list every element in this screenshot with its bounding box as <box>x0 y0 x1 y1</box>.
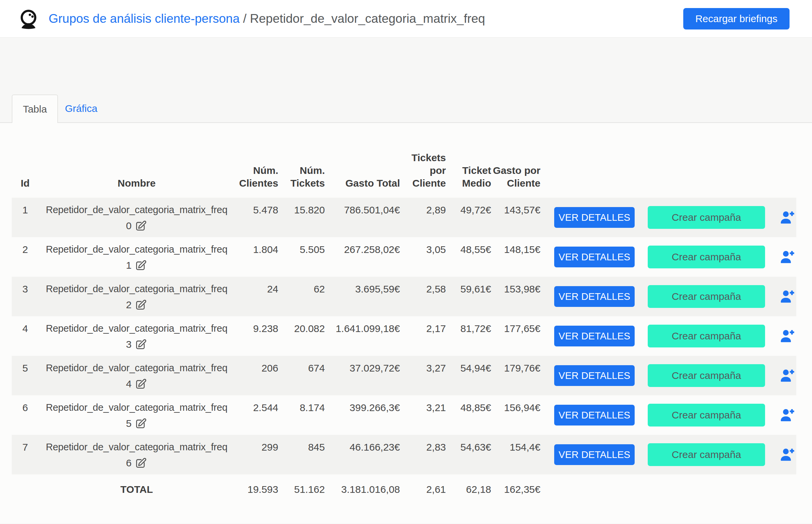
ver-detalles-button[interactable]: VER DETALLES <box>554 365 635 386</box>
cell-tickets-por-cliente: 3,21 <box>400 395 446 415</box>
cell-gasto-total: 37.029,72€ <box>325 356 400 376</box>
ver-detalles-button[interactable]: VER DETALLES <box>554 207 635 228</box>
row-name-cell: Repetidor_de_valor_categoria_matrix_freq… <box>38 395 235 431</box>
col-header-tickets-por-cliente: Tickets por Cliente <box>400 151 446 190</box>
table-header-row: Id Nombre Núm. Clientes Núm. Tickets Gas… <box>12 142 796 198</box>
col-header-gasto-por-cliente: Gasto por Cliente <box>491 164 540 190</box>
edit-name-icon[interactable] <box>134 219 147 232</box>
person-add-icon[interactable] <box>779 407 795 423</box>
cell-gasto-por-cliente: 179,76€ <box>491 356 540 376</box>
total-gasto-por-cliente: 162,35€ <box>491 484 540 495</box>
cell-gasto-total: 3.695,59€ <box>325 277 400 297</box>
col-header-nombre: Nombre <box>38 177 235 190</box>
cell-ticket-medio: 54,94€ <box>446 356 491 376</box>
breadcrumb-parent-link[interactable]: Grupos de análisis cliente-persona <box>49 12 240 26</box>
group-name: Repetidor_de_valor_categoria_matrix_freq <box>46 360 228 376</box>
row-name-cell: Repetidor_de_valor_categoria_matrix_freq… <box>38 356 235 392</box>
cell-num-clientes: 24 <box>235 277 278 297</box>
row-name-cell: Repetidor_de_valor_categoria_matrix_freq… <box>38 277 235 313</box>
total-gasto-total: 3.181.016,08 <box>325 484 400 495</box>
cell-num-tickets: 845 <box>278 435 325 455</box>
table-row: 4 Repetidor_de_valor_categoria_matrix_fr… <box>12 316 796 356</box>
table-row: 7 Repetidor_de_valor_categoria_matrix_fr… <box>12 435 796 474</box>
cell-num-tickets: 8.174 <box>278 395 325 415</box>
person-add-icon[interactable] <box>779 447 795 462</box>
cell-gasto-total: 399.266,3€ <box>325 395 400 415</box>
tab-bar: Tabla Gráfica <box>0 95 812 123</box>
breadcrumb-current: Repetidor_de_valor_categoria_matrix_freq <box>250 12 485 26</box>
crear-campana-button[interactable]: Crear campaña <box>648 364 765 387</box>
edit-name-icon[interactable] <box>134 378 147 390</box>
row-name-cell: Repetidor_de_valor_categoria_matrix_freq… <box>38 435 235 471</box>
cell-gasto-total: 267.258,02€ <box>325 237 400 257</box>
cell-num-clientes: 2.544 <box>235 395 278 415</box>
row-name-cell: Repetidor_de_valor_categoria_matrix_freq… <box>38 316 235 352</box>
person-add-icon[interactable] <box>779 210 795 225</box>
cell-tickets-por-cliente: 3,05 <box>400 237 446 257</box>
tab-tabla[interactable]: Tabla <box>12 95 58 123</box>
crear-campana-button[interactable]: Crear campaña <box>648 404 765 426</box>
crear-campana-button[interactable]: Crear campaña <box>648 285 765 308</box>
group-name-index: 0 <box>126 218 132 233</box>
top-bar: Grupos de análisis cliente-persona / Rep… <box>0 0 812 37</box>
col-header-gasto-total: Gasto Total <box>325 177 400 190</box>
person-add-icon[interactable] <box>779 289 795 304</box>
cell-num-tickets: 15.820 <box>278 198 325 218</box>
row-id: 2 <box>12 237 38 257</box>
recargar-briefings-button[interactable]: Recargar briefings <box>683 8 790 30</box>
cell-ticket-medio: 59,61€ <box>446 277 491 297</box>
edit-name-icon[interactable] <box>134 457 147 470</box>
row-name-cell: Repetidor_de_valor_categoria_matrix_freq… <box>38 237 235 273</box>
cell-gasto-total: 786.501,04€ <box>325 198 400 218</box>
cell-gasto-por-cliente: 154,4€ <box>491 435 540 455</box>
cell-num-tickets: 62 <box>278 277 325 297</box>
edit-name-icon[interactable] <box>134 259 147 272</box>
row-id: 6 <box>12 395 38 415</box>
row-name-cell: Repetidor_de_valor_categoria_matrix_freq… <box>38 198 235 233</box>
group-name-index: 5 <box>126 415 132 431</box>
edit-name-icon[interactable] <box>134 298 147 311</box>
group-name-index: 6 <box>126 455 132 471</box>
cell-num-tickets: 20.082 <box>278 316 325 337</box>
total-tickets-por-cliente: 2,61 <box>400 484 446 495</box>
person-add-icon[interactable] <box>779 368 795 383</box>
cell-num-clientes: 1.804 <box>235 237 278 257</box>
groups-table: Id Nombre Núm. Clientes Núm. Tickets Gas… <box>12 142 796 505</box>
cell-gasto-por-cliente: 177,65€ <box>491 316 540 337</box>
col-header-num-tickets: Núm. Tickets <box>278 164 325 190</box>
group-name: Repetidor_de_valor_categoria_matrix_freq <box>46 321 228 337</box>
cell-num-clientes: 299 <box>235 435 278 455</box>
edit-name-icon[interactable] <box>134 417 147 430</box>
cell-ticket-medio: 54,63€ <box>446 435 491 455</box>
ver-detalles-button[interactable]: VER DETALLES <box>554 286 635 307</box>
col-header-ticket-medio: Ticket Medio <box>446 164 491 190</box>
ver-detalles-button[interactable]: VER DETALLES <box>554 444 635 465</box>
row-id: 5 <box>12 356 38 376</box>
person-add-icon[interactable] <box>779 328 795 344</box>
cell-gasto-total: 46.166,23€ <box>325 435 400 455</box>
crear-campana-button[interactable]: Crear campaña <box>648 325 765 347</box>
group-name-index: 4 <box>126 376 132 392</box>
cell-tickets-por-cliente: 2,58 <box>400 277 446 297</box>
ver-detalles-button[interactable]: VER DETALLES <box>554 326 635 346</box>
cell-gasto-por-cliente: 148,15€ <box>491 237 540 257</box>
total-num-clientes: 19.593 <box>235 484 278 495</box>
person-add-icon[interactable] <box>779 249 795 265</box>
crear-campana-button[interactable]: Crear campaña <box>648 443 765 466</box>
group-name: Repetidor_de_valor_categoria_matrix_freq <box>46 439 228 455</box>
row-id: 4 <box>12 316 38 337</box>
mascot-logo-icon[interactable] <box>18 8 38 30</box>
ver-detalles-button[interactable]: VER DETALLES <box>554 405 635 426</box>
crear-campana-button[interactable]: Crear campaña <box>648 246 765 268</box>
tab-grafica[interactable]: Gráfica <box>58 95 104 122</box>
group-name-index: 2 <box>126 297 132 313</box>
crear-campana-button[interactable]: Crear campaña <box>648 206 765 229</box>
total-label: TOTAL <box>38 484 235 495</box>
edit-name-icon[interactable] <box>134 338 147 351</box>
table-row: 2 Repetidor_de_valor_categoria_matrix_fr… <box>12 237 796 277</box>
cell-gasto-por-cliente: 153,98€ <box>491 277 540 297</box>
row-id: 7 <box>12 435 38 455</box>
tab-panel-tabla: Id Nombre Núm. Clientes Núm. Tickets Gas… <box>0 123 812 523</box>
tabs-band: Tabla Gráfica <box>0 37 812 123</box>
ver-detalles-button[interactable]: VER DETALLES <box>554 247 635 267</box>
